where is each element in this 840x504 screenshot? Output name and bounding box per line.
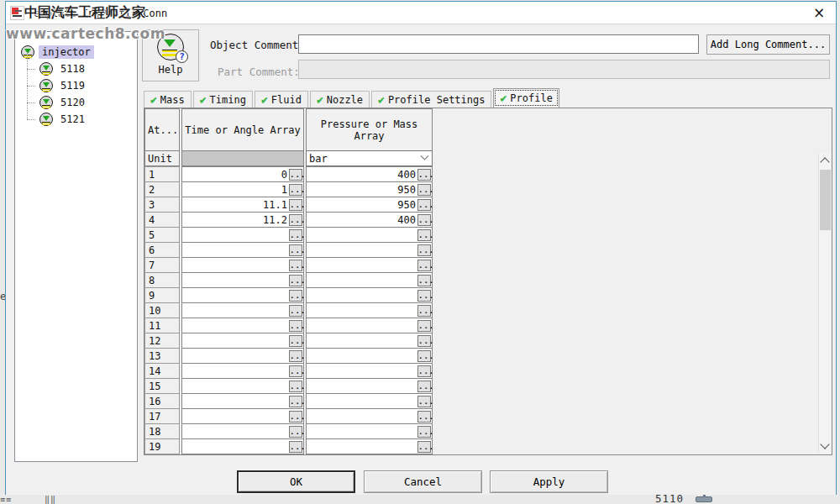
grid-value-cell[interactable]: ... bbox=[306, 423, 433, 439]
unit-pressure-combobox[interactable]: bar bbox=[306, 150, 433, 166]
grid-value-cell[interactable]: 11.1... bbox=[181, 197, 304, 213]
grid-value-cell[interactable]: ... bbox=[306, 378, 433, 394]
cell-expand-button[interactable]: ... bbox=[417, 199, 431, 211]
cell-expand-button[interactable]: ... bbox=[289, 335, 302, 347]
cell-expand-button[interactable]: ... bbox=[417, 244, 431, 256]
cell-expand-button[interactable]: ... bbox=[289, 396, 302, 407]
ok-button[interactable]: OK bbox=[237, 470, 355, 493]
grid-value-cell[interactable]: ... bbox=[306, 348, 433, 364]
tree-item-5119[interactable]: 5119 bbox=[15, 77, 137, 94]
grid-value-cell[interactable]: 400... bbox=[306, 166, 433, 182]
cell-expand-button[interactable]: ... bbox=[417, 305, 431, 317]
cell-expand-button[interactable]: ... bbox=[289, 441, 302, 453]
grid-value-cell[interactable]: ... bbox=[181, 318, 304, 333]
cell-expand-button[interactable]: ... bbox=[417, 184, 431, 196]
cell-expand-button[interactable]: ... bbox=[289, 229, 302, 241]
grid-value-cell[interactable]: ... bbox=[306, 287, 433, 303]
grid-value-cell[interactable]: ... bbox=[181, 408, 304, 424]
grid-value-cell[interactable]: ... bbox=[181, 302, 304, 318]
tab-profile[interactable]: ✔Profile bbox=[493, 88, 559, 108]
apply-button[interactable]: Apply bbox=[490, 470, 608, 493]
grid-value-cell[interactable]: ... bbox=[306, 408, 433, 424]
cell-expand-button[interactable]: ... bbox=[289, 199, 302, 211]
cell-expand-button[interactable]: ... bbox=[289, 275, 302, 286]
cell-expand-button[interactable]: ... bbox=[417, 320, 431, 332]
grid-value-cell[interactable]: ... bbox=[306, 318, 433, 333]
cell-expand-button[interactable]: ... bbox=[417, 411, 431, 423]
cell-expand-button[interactable]: ... bbox=[417, 214, 431, 226]
tab-nozzle[interactable]: ✔Nozzle bbox=[310, 91, 370, 108]
cell-expand-button[interactable]: ... bbox=[289, 350, 302, 362]
cell-expand-button[interactable]: ... bbox=[417, 169, 431, 181]
cell-expand-button[interactable]: ... bbox=[289, 290, 302, 302]
grid-value-cell[interactable]: ... bbox=[181, 227, 304, 243]
cell-expand-button[interactable]: ... bbox=[289, 305, 302, 317]
grid-value-cell[interactable]: ... bbox=[181, 257, 304, 273]
object-comment-input[interactable] bbox=[298, 34, 699, 54]
cell-expand-button[interactable]: ... bbox=[417, 290, 431, 302]
grid-value-cell[interactable]: ... bbox=[306, 227, 433, 243]
cell-expand-button[interactable]: ... bbox=[417, 441, 431, 453]
cell-expand-button[interactable]: ... bbox=[289, 169, 302, 181]
scrollbar-thumb[interactable] bbox=[820, 170, 831, 230]
grid-value-cell[interactable]: ... bbox=[181, 242, 304, 258]
grid-value-cell[interactable]: ... bbox=[306, 257, 433, 273]
tab-fluid[interactable]: ✔Fluid bbox=[255, 91, 308, 108]
add-long-comment-button[interactable]: Add Long Comment... bbox=[706, 34, 830, 55]
vertical-scrollbar[interactable] bbox=[818, 153, 831, 454]
grid-value-cell[interactable]: ... bbox=[306, 272, 433, 288]
scroll-up-icon[interactable] bbox=[820, 157, 829, 166]
tree-item-5118[interactable]: 5118 bbox=[15, 60, 137, 77]
cell-expand-button[interactable]: ... bbox=[417, 396, 431, 407]
tree-item-5120[interactable]: 5120 bbox=[15, 94, 137, 111]
cell-expand-button[interactable]: ... bbox=[289, 184, 302, 196]
cell-expand-button[interactable]: ... bbox=[289, 381, 302, 392]
tab-mass[interactable]: ✔Mass bbox=[144, 91, 192, 108]
cell-expand-button[interactable]: ... bbox=[417, 229, 431, 241]
close-button[interactable]: × bbox=[809, 3, 829, 23]
grid-value-cell[interactable]: ... bbox=[181, 287, 304, 303]
cell-expand-button[interactable]: ... bbox=[417, 260, 431, 271]
cell-expand-button[interactable]: ... bbox=[289, 260, 302, 271]
cell-expand-button[interactable]: ... bbox=[289, 365, 302, 377]
cell-expand-button[interactable]: ... bbox=[289, 320, 302, 332]
cell-expand-button[interactable]: ... bbox=[289, 411, 302, 423]
grid-value-cell[interactable]: ... bbox=[181, 272, 304, 288]
grid-value-cell[interactable]: ... bbox=[181, 333, 304, 349]
grid-value-cell[interactable]: 11.2... bbox=[181, 212, 304, 228]
grid-value-cell[interactable]: ... bbox=[306, 393, 433, 409]
cell-expand-button[interactable]: ... bbox=[289, 214, 302, 226]
cell-expand-button[interactable]: ... bbox=[417, 426, 431, 438]
grid-value-cell[interactable]: 1... bbox=[181, 181, 304, 197]
grid-value-cell[interactable]: 0... bbox=[181, 166, 304, 182]
cell-expand-button[interactable]: ... bbox=[417, 365, 431, 377]
cancel-button[interactable]: Cancel bbox=[364, 470, 482, 493]
grid-value-cell[interactable]: ... bbox=[181, 348, 304, 364]
grid-value-cell[interactable]: ... bbox=[181, 438, 304, 454]
cell-expand-button[interactable]: ... bbox=[417, 381, 431, 392]
grid-value-cell[interactable]: ... bbox=[306, 438, 433, 454]
grid-value-cell[interactable]: ... bbox=[181, 378, 304, 394]
tree-item-5121[interactable]: 5121 bbox=[15, 111, 137, 128]
grid-value-cell[interactable]: ... bbox=[181, 393, 304, 409]
unit-time-cell[interactable] bbox=[181, 150, 304, 166]
tab-timing[interactable]: ✔Timing bbox=[193, 91, 253, 108]
cell-expand-button[interactable]: ... bbox=[289, 426, 302, 438]
grid-value-cell[interactable]: ... bbox=[306, 363, 433, 379]
grid-value-cell[interactable]: ... bbox=[181, 423, 304, 439]
cell-expand-button[interactable]: ... bbox=[289, 244, 302, 256]
cell-expand-button[interactable]: ... bbox=[417, 335, 431, 347]
scroll-down-icon[interactable] bbox=[820, 439, 829, 449]
grid-value-cell[interactable]: ... bbox=[306, 302, 433, 318]
title-bar[interactable]: Template InjProfileConn 中国汽车工程师之家 × bbox=[6, 2, 836, 24]
grid-value-cell[interactable]: ... bbox=[306, 242, 433, 258]
grid-value-cell[interactable]: ... bbox=[306, 333, 433, 349]
grid-value-cell[interactable]: 400... bbox=[306, 212, 433, 228]
grid-value-cell[interactable]: 950... bbox=[306, 197, 433, 213]
tree-item-injector[interactable]: injector bbox=[15, 44, 137, 60]
grid-value-cell[interactable]: 950... bbox=[306, 181, 433, 197]
grid-value-cell[interactable]: ... bbox=[181, 363, 304, 379]
tree-panel[interactable]: injector 5118511951205121 bbox=[14, 31, 138, 462]
tab-profile-settings[interactable]: ✔Profile Settings bbox=[371, 91, 491, 108]
cell-expand-button[interactable]: ... bbox=[417, 350, 431, 362]
